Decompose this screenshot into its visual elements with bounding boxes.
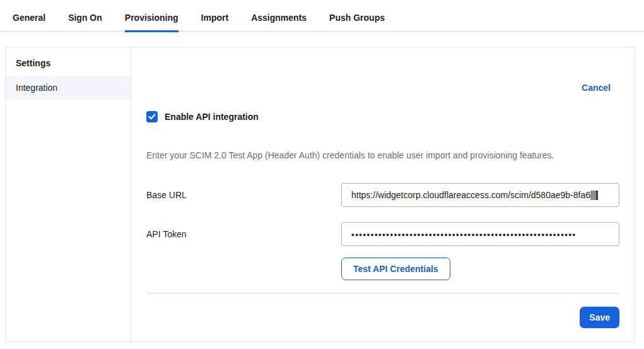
- enable-api-integration-checkbox[interactable]: [146, 111, 158, 122]
- tab-import[interactable]: Import: [201, 13, 229, 32]
- sidebar-item-integration[interactable]: Integration: [6, 76, 131, 99]
- enable-api-integration-label: Enable API integration: [165, 112, 259, 122]
- checkmark-icon: [148, 114, 156, 120]
- text-cursor-selection-block: [590, 191, 598, 200]
- provisioning-panel: Settings Integration Cancel Enable API i…: [5, 47, 635, 342]
- tab-sign-on[interactable]: Sign On: [68, 13, 102, 32]
- cancel-row: Cancel: [146, 82, 619, 92]
- enable-api-integration-row: Enable API integration: [146, 111, 619, 122]
- base-url-value: https://widgetcorp.cloudflareaccess.com/…: [351, 190, 590, 200]
- api-token-masked-value: ••••••••••••••••••••••••••••••••••••••••…: [351, 230, 577, 239]
- cancel-link[interactable]: Cancel: [582, 83, 611, 93]
- base-url-input[interactable]: https://widgetcorp.cloudflareaccess.com/…: [341, 183, 619, 207]
- footer-divider: [146, 293, 619, 293]
- save-button[interactable]: Save: [580, 307, 619, 328]
- base-url-label: Base URL: [146, 190, 341, 200]
- tab-push-groups[interactable]: Push Groups: [329, 13, 385, 32]
- api-token-label: API Token: [146, 229, 341, 239]
- app-tab-bar: General Sign On Provisioning Import Assi…: [0, 0, 644, 32]
- test-api-credentials-button[interactable]: Test API Credentials: [341, 257, 450, 280]
- tab-provisioning[interactable]: Provisioning: [125, 13, 179, 32]
- settings-sidebar: Settings Integration: [6, 48, 131, 341]
- base-url-row: Base URL https://widgetcorp.cloudflareac…: [146, 183, 619, 207]
- tab-general[interactable]: General: [13, 13, 45, 32]
- test-credentials-row: Test API Credentials: [341, 257, 619, 280]
- api-token-row: API Token ••••••••••••••••••••••••••••••…: [146, 222, 619, 246]
- api-token-input[interactable]: ••••••••••••••••••••••••••••••••••••••••…: [341, 222, 619, 246]
- tab-assignments[interactable]: Assignments: [251, 13, 307, 32]
- sidebar-header-settings: Settings: [6, 48, 131, 76]
- save-row: Save: [146, 307, 619, 328]
- credentials-description: Enter your SCIM 2.0 Test App (Header Aut…: [146, 150, 619, 160]
- integration-settings-content: Cancel Enable API integration Enter your…: [131, 48, 635, 341]
